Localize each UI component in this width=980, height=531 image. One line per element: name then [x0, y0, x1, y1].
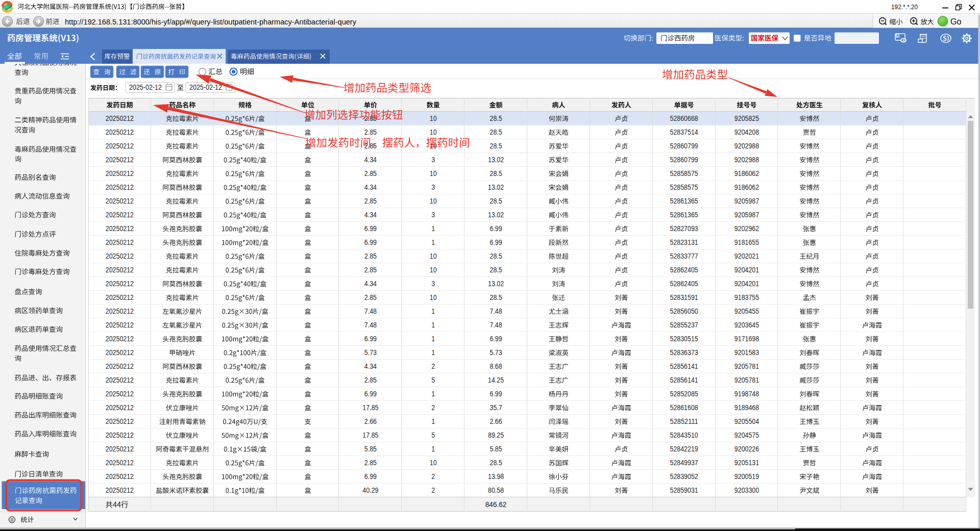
svg-text:52823131: 52823131: [670, 238, 698, 246]
svg-text:9204208: 9204208: [734, 128, 759, 136]
svg-text:1: 1: [431, 307, 435, 315]
svg-text:52860668: 52860668: [670, 114, 698, 122]
svg-text:2.85: 2.85: [364, 196, 377, 205]
svg-text:52827093: 52827093: [670, 224, 698, 233]
svg-text:846.62: 846.62: [485, 500, 507, 509]
svg-text:2.85: 2.85: [364, 293, 377, 301]
svg-text:5.73: 5.73: [364, 348, 377, 357]
svg-text:http://192.168.5.131:8000/his-: http://192.168.5.131:8000/his-yf/app/#/q…: [65, 18, 357, 26]
svg-text:1: 1: [431, 444, 435, 453]
svg-text:9183755: 9183755: [734, 293, 759, 301]
svg-text:9205781: 9205781: [734, 362, 759, 370]
svg-text:9189468: 9189468: [734, 403, 759, 412]
svg-text:6.99: 6.99: [364, 389, 377, 398]
svg-text:2.66: 2.66: [489, 417, 502, 425]
svg-text:20250212: 20250212: [106, 444, 134, 453]
svg-text:Go: Go: [950, 17, 961, 26]
svg-text:20250212: 20250212: [106, 403, 134, 412]
svg-text:52860799: 52860799: [670, 155, 698, 164]
svg-text:5.85: 5.85: [489, 444, 502, 453]
svg-text:52836373: 52836373: [670, 348, 698, 357]
svg-text:52842219: 52842219: [670, 444, 698, 453]
svg-text:52856050: 52856050: [670, 307, 698, 315]
svg-text:6.99: 6.99: [489, 334, 502, 343]
svg-text:35.7: 35.7: [489, 403, 502, 412]
svg-text:17.85: 17.85: [362, 403, 378, 412]
svg-text:40.29: 40.29: [362, 486, 378, 494]
svg-text:20250212: 20250212: [106, 320, 134, 329]
svg-text:5.73: 5.73: [489, 348, 502, 357]
svg-text:2: 2: [431, 486, 435, 494]
svg-text:52830515: 52830515: [670, 334, 698, 343]
svg-text:1: 1: [431, 238, 435, 246]
svg-text:1: 1: [431, 334, 435, 343]
svg-text:10: 10: [430, 458, 437, 467]
svg-text:9202962: 9202962: [734, 224, 759, 233]
svg-text:52849937: 52849937: [670, 458, 698, 467]
svg-text:4.34: 4.34: [364, 183, 377, 191]
svg-text:6.99: 6.99: [364, 238, 377, 246]
svg-text:20250212: 20250212: [106, 417, 134, 425]
svg-text:20250212: 20250212: [106, 238, 134, 246]
svg-text:9201583: 9201583: [734, 348, 759, 357]
svg-text:9202021: 9202021: [734, 251, 759, 260]
svg-text:20250212: 20250212: [106, 183, 134, 191]
svg-text:9205781: 9205781: [734, 375, 759, 384]
svg-text:2: 2: [431, 403, 435, 412]
svg-text:9205987: 9205987: [734, 196, 759, 205]
svg-text:52831591: 52831591: [670, 293, 698, 301]
svg-text:2.85: 2.85: [364, 265, 377, 274]
svg-text:28.5: 28.5: [489, 458, 502, 467]
svg-text:20250212: 20250212: [106, 155, 134, 164]
svg-text:7.48: 7.48: [489, 320, 502, 329]
svg-text:9202988: 9202988: [734, 141, 759, 150]
svg-text:9203300: 9203300: [734, 486, 760, 494]
svg-text:6.99: 6.99: [489, 224, 502, 233]
svg-text:4.34: 4.34: [364, 362, 377, 370]
svg-text:13.02: 13.02: [488, 210, 504, 219]
svg-text:20250212: 20250212: [106, 362, 134, 370]
svg-text:9205131: 9205131: [734, 458, 759, 467]
svg-text:52856141: 52856141: [670, 362, 698, 370]
svg-text:52862405: 52862405: [670, 265, 698, 274]
svg-text:20250212: 20250212: [106, 307, 134, 315]
svg-text:3: 3: [431, 279, 435, 288]
svg-text:52862405: 52862405: [670, 279, 698, 288]
svg-text:52859031: 52859031: [670, 486, 698, 494]
svg-text:2025-02-12: 2025-02-12: [189, 83, 222, 91]
svg-text:2: 2: [431, 362, 435, 370]
svg-text:9203645: 9203645: [734, 320, 759, 329]
svg-text:20250212: 20250212: [106, 486, 134, 494]
svg-text:13.02: 13.02: [488, 155, 504, 164]
svg-text:52861365: 52861365: [670, 196, 698, 205]
svg-text:52858575: 52858575: [670, 183, 698, 191]
svg-text:13.02: 13.02: [488, 183, 504, 191]
svg-text:9205504: 9205504: [734, 417, 760, 425]
svg-text:52837514: 52837514: [670, 128, 698, 136]
svg-text:80.58: 80.58: [488, 486, 504, 494]
svg-text:9205987: 9205987: [734, 210, 759, 219]
svg-text:1: 1: [431, 224, 435, 233]
svg-text:20250212: 20250212: [106, 389, 134, 398]
svg-text:28.5: 28.5: [489, 196, 502, 205]
svg-text:14.25: 14.25: [488, 375, 504, 384]
svg-text:8.68: 8.68: [489, 362, 502, 370]
svg-text:4.34: 4.34: [364, 279, 377, 288]
svg-text:4.34: 4.34: [364, 155, 377, 164]
svg-text:2: 2: [431, 472, 435, 481]
svg-text:9186062: 9186062: [734, 169, 759, 178]
svg-text:2025-02-12: 2025-02-12: [129, 83, 162, 91]
svg-text:20250212: 20250212: [106, 431, 134, 439]
svg-text:1: 1: [431, 320, 435, 329]
svg-text:52852085: 52852085: [670, 389, 698, 398]
svg-text:9202988: 9202988: [734, 155, 759, 164]
svg-text:20250212: 20250212: [106, 169, 134, 178]
svg-text:52860799: 52860799: [670, 141, 698, 150]
svg-text:52856141: 52856141: [670, 375, 698, 384]
svg-text:2.85: 2.85: [364, 375, 377, 384]
svg-text:6.99: 6.99: [489, 238, 502, 246]
svg-text:10: 10: [430, 251, 437, 260]
svg-text:9181655: 9181655: [734, 238, 759, 246]
svg-text:192.*.*.20: 192.*.*.20: [891, 3, 918, 11]
svg-text:9204201: 9204201: [734, 279, 759, 288]
